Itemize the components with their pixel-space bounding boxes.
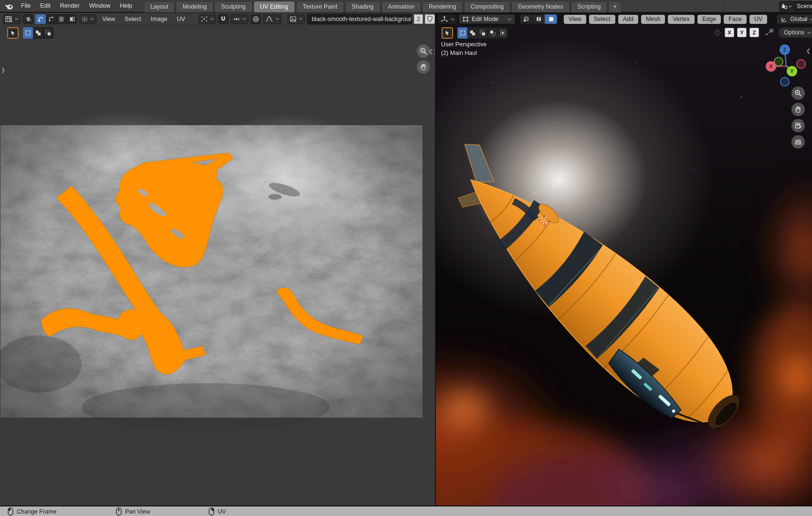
uv-menu-select[interactable]: Select (121, 13, 145, 25)
uv-image-name-field[interactable]: black-smooth-textured-wall-background.jp… (307, 14, 412, 24)
v3d-tweak-tool-button[interactable] (442, 27, 453, 39)
v3d-menu-vertex[interactable]: Vertex (668, 15, 694, 24)
tab-texture-paint[interactable]: Texture Paint (296, 1, 344, 12)
uv-editor-type-dropdown[interactable] (3, 14, 21, 24)
viewport-3d[interactable]: User Perspective (2) Main Haul ❮ (436, 25, 812, 505)
v3d-zoom-button[interactable] (791, 86, 805, 100)
gizmo-axis-neg-x[interactable] (797, 60, 805, 68)
uv-select-island-button[interactable] (67, 14, 77, 24)
status-bar: Change Frame Pan View UV (0, 505, 812, 516)
navigation-gizmo[interactable]: Z Y X (764, 44, 808, 88)
menu-help[interactable]: Help (115, 0, 137, 12)
uv-select-extend-button[interactable] (33, 27, 43, 39)
uv-select-edge-button[interactable] (46, 14, 56, 24)
tab-scripting[interactable]: Scripting (571, 1, 608, 12)
uv-image-browse-dropdown[interactable] (287, 14, 305, 24)
select-mode-face-button[interactable] (545, 14, 557, 24)
tab-uv-editing[interactable]: UV Editing (253, 1, 295, 12)
tab-modeling[interactable]: Modeling (176, 1, 213, 12)
uv-menu-view[interactable]: View (98, 13, 119, 25)
mirror-y-button[interactable]: Y (737, 28, 747, 37)
v3d-menu-view[interactable]: View (564, 15, 586, 24)
mirror-icon[interactable] (714, 29, 721, 36)
uv-snap-target-dropdown[interactable] (231, 14, 249, 24)
uv-pivot-dropdown[interactable] (199, 14, 216, 24)
mirror-x-button[interactable]: X (725, 28, 734, 37)
gizmo-axis-neg-z[interactable] (780, 77, 789, 86)
v3d-menu-uv[interactable]: UV (749, 15, 767, 24)
v3d-menu-face[interactable]: Face (724, 15, 747, 24)
options-dropdown[interactable]: Options (778, 27, 812, 38)
tab-rendering[interactable]: Rendering (422, 1, 463, 12)
status-hint-change-frame: Change Frame (8, 507, 56, 516)
mirror-z-button[interactable]: Z (749, 28, 759, 37)
uv-select-subtract-button[interactable] (43, 27, 53, 39)
uv-select-vertex-button[interactable] (35, 14, 46, 24)
uv-pan-button[interactable] (417, 60, 430, 74)
transform-orientation-dropdown[interactable]: Global (777, 14, 812, 24)
gizmo-x-label: X (769, 64, 773, 69)
v3d-select-intersect-button[interactable] (497, 27, 508, 39)
tab-geometry-nodes[interactable]: Geometry Nodes (511, 1, 569, 12)
view-name-overlay: User Perspective (441, 41, 486, 48)
blender-window: File Edit Render Window Help Layout Mode… (0, 0, 812, 516)
uv-sticky-select-dropdown[interactable] (79, 14, 96, 24)
uv-menu-uv[interactable]: UV (173, 13, 189, 25)
snap-base-icon[interactable] (765, 29, 773, 36)
v3d-select-subtract-button[interactable] (477, 27, 487, 39)
uv-select-set-button[interactable] (23, 27, 33, 39)
v3d-menu-mesh[interactable]: Mesh (641, 15, 665, 24)
uv-snap-toggle[interactable] (218, 14, 229, 24)
v3d-select-extend-button[interactable] (467, 27, 477, 39)
v3d-orthographic-toggle-button[interactable] (791, 135, 805, 149)
uv-falloff-dropdown[interactable] (263, 14, 282, 24)
uv-select-face-button[interactable] (56, 14, 67, 24)
select-mode-vertex-button[interactable] (520, 14, 532, 24)
shield-icon (427, 15, 433, 22)
tab-animation[interactable]: Animation (381, 1, 422, 12)
uv-select-box-mode-group (23, 27, 53, 39)
menu-edit[interactable]: Edit (35, 0, 55, 12)
uv-tweak-tool-button[interactable] (7, 27, 19, 39)
viewport-render (436, 25, 812, 505)
v3d-menu-select[interactable]: Select (589, 15, 615, 24)
scene-icon (781, 3, 788, 10)
tab-sculpting[interactable]: Sculpting (214, 1, 252, 12)
v3d-pan-button[interactable] (791, 103, 805, 116)
scene-name[interactable]: Scene (794, 1, 812, 11)
v3d-menu-add[interactable]: Add (618, 15, 638, 24)
uv-menu-image[interactable]: Image (147, 13, 171, 25)
uv-editor-canvas[interactable]: ❯ (0, 25, 435, 505)
menu-window[interactable]: Window (84, 0, 115, 12)
uv-sync-selection-toggle[interactable] (23, 14, 33, 24)
v3d-camera-view-button[interactable] (791, 119, 805, 132)
pivot-icon (201, 16, 208, 22)
v3d-select-invert-button[interactable] (487, 27, 497, 39)
uv-editor-icon (5, 16, 12, 22)
topbar: File Edit Render Window Help Layout Mode… (0, 0, 812, 13)
menu-file[interactable]: File (16, 0, 35, 12)
viewport-editor-type-dropdown[interactable] (438, 14, 457, 24)
fake-user-toggle[interactable] (425, 14, 435, 24)
mode-dropdown[interactable]: Edit Mode (459, 14, 515, 24)
select-mode-edge-button[interactable] (532, 14, 545, 24)
menu-render[interactable]: Render (55, 0, 84, 12)
v3d-menu-edge[interactable]: Edge (697, 15, 721, 24)
image-users-count[interactable]: 2 (414, 14, 422, 24)
mesh-select-mode-group (520, 14, 557, 24)
mouse-left-icon (8, 507, 13, 516)
orientation-label: Global (790, 16, 807, 22)
uv-proportional-edit-toggle[interactable] (251, 14, 261, 24)
snap-target-icon (233, 16, 240, 22)
uv-zoom-button[interactable] (417, 44, 430, 58)
add-workspace-button[interactable]: + (608, 1, 621, 12)
tab-shading[interactable]: Shading (345, 1, 380, 12)
status-hint-uv: UV (209, 507, 226, 516)
blender-logo-icon[interactable] (4, 1, 14, 11)
v3d-select-set-button[interactable] (457, 27, 467, 39)
uv-toolbar-expand-arrow[interactable]: ❯ (1, 67, 5, 72)
tab-layout[interactable]: Layout (144, 1, 175, 12)
tab-compositing[interactable]: Compositing (464, 1, 510, 12)
image-icon (290, 16, 296, 22)
scene-browse-button[interactable] (779, 1, 794, 11)
